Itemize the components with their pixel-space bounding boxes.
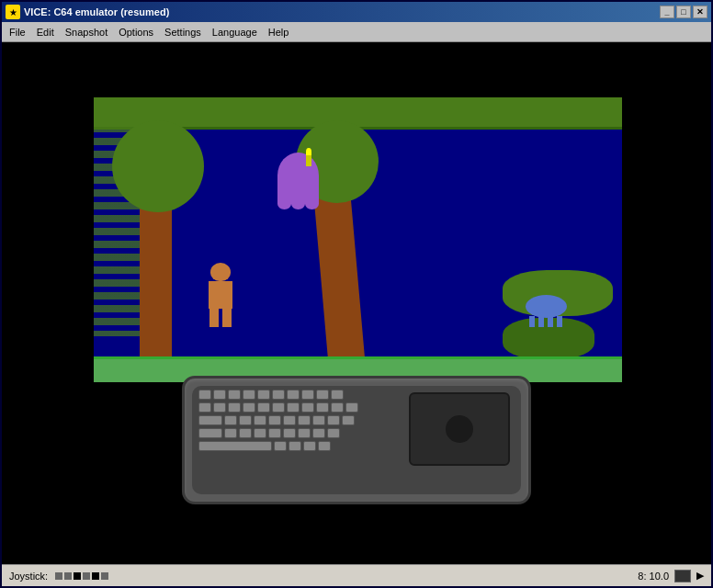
kbd-key	[289, 441, 301, 451]
speed-indicator: 8: 10.0	[638, 571, 669, 582]
ghost-body	[277, 153, 319, 198]
menu-help[interactable]: Help	[263, 22, 295, 41]
kbd-key	[301, 390, 314, 400]
app-icon: ★	[6, 5, 20, 19]
kbd-key-wide	[198, 428, 222, 438]
kbd-key	[331, 390, 344, 400]
kbd-key	[316, 390, 329, 400]
kbd-key	[243, 390, 255, 400]
status-bar: Joystick: 8: 10.0 ▶	[2, 564, 711, 586]
joy-dot-3	[74, 572, 81, 580]
kbd-key	[228, 402, 241, 413]
joy-dot-5	[92, 572, 99, 580]
joystick-indicator	[55, 572, 108, 580]
kbd-key	[213, 390, 226, 400]
kbd-key	[287, 390, 300, 400]
c64-screen-inner	[446, 415, 473, 443]
color-swatch	[674, 570, 691, 582]
window-title: VICE: C64 emulator (resumed)	[24, 6, 656, 17]
joy-dot-4	[83, 572, 90, 580]
char-legs	[204, 309, 236, 327]
joy-dot-2	[64, 572, 72, 580]
kbd-key	[239, 428, 252, 438]
kbd-key-wide	[198, 415, 222, 425]
joy-dot-1	[55, 572, 62, 580]
emulator-display[interactable]	[2, 42, 711, 564]
menu-snapshot[interactable]: Snapshot	[60, 22, 113, 41]
ghost-tentacles	[277, 198, 319, 209]
window-controls: _ □ ✕	[660, 6, 707, 18]
joy-dot-6	[101, 572, 108, 580]
menu-file[interactable]: File	[4, 22, 31, 41]
bottom-right-creature	[526, 295, 567, 327]
kbd-key	[213, 402, 226, 413]
kbd-key	[224, 428, 237, 438]
creature-leg-3	[548, 316, 553, 327]
kbd-key	[303, 441, 316, 451]
kbd-key	[257, 390, 270, 400]
minimize-button[interactable]: _	[660, 6, 674, 18]
keys-area	[198, 390, 401, 491]
kbd-key	[316, 402, 329, 413]
creature-leg-1	[529, 316, 535, 327]
candle-flame	[306, 148, 311, 155]
kbd-key	[228, 390, 241, 400]
ghost-tentacle-1	[277, 198, 291, 209]
c64-keyboard-graphic	[182, 376, 531, 514]
creature-leg-2	[538, 316, 544, 327]
kbd-key	[283, 415, 296, 425]
kbd-key	[257, 402, 270, 413]
kbd-key	[342, 415, 355, 425]
candle-body	[306, 155, 311, 166]
arrow-indicator: ▶	[696, 570, 704, 582]
kbd-key	[287, 402, 300, 413]
kbd-key	[312, 415, 325, 425]
kbd-key	[239, 415, 252, 425]
c64-screen-area	[409, 392, 510, 466]
maximize-button[interactable]: □	[676, 6, 691, 18]
kbd-key	[327, 415, 340, 425]
candle-item	[305, 148, 312, 166]
kbd-row-4	[198, 428, 401, 438]
keyboard-outer	[182, 376, 531, 504]
kbd-row-3	[198, 415, 401, 425]
creature-legs	[529, 316, 567, 327]
creature-body	[526, 295, 567, 318]
char-leg-right	[222, 309, 232, 327]
menu-edit[interactable]: Edit	[31, 22, 60, 41]
kbd-key	[268, 428, 281, 438]
kbd-key	[243, 402, 255, 413]
kbd-row-5	[198, 441, 401, 451]
kbd-key	[298, 415, 311, 425]
creature-leg-4	[557, 316, 562, 327]
black-border-left	[2, 42, 94, 564]
player-character	[204, 263, 236, 327]
char-head	[210, 263, 231, 281]
joystick-label: Joystick:	[9, 571, 48, 582]
title-bar: ★ VICE: C64 emulator (resumed) _ □ ✕	[2, 2, 711, 22]
kbd-spacebar	[198, 441, 272, 451]
menu-language[interactable]: Language	[207, 22, 263, 41]
kbd-key	[254, 428, 266, 438]
close-button[interactable]: ✕	[693, 6, 707, 18]
game-scene	[94, 97, 622, 382]
kbd-key	[224, 415, 237, 425]
kbd-key	[298, 428, 311, 438]
black-border-bottom	[2, 514, 711, 564]
tree-left	[112, 120, 204, 359]
kbd-key	[272, 402, 285, 413]
kbd-key	[301, 402, 314, 413]
kbd-key	[272, 390, 285, 400]
kbd-key	[274, 441, 287, 451]
char-leg-left	[209, 309, 219, 327]
menu-options[interactable]: Options	[113, 22, 159, 41]
kbd-key	[327, 428, 340, 438]
kbd-key	[331, 402, 344, 413]
tree-foliage-left	[112, 120, 204, 212]
ghost-sprite	[277, 153, 323, 208]
kbd-key	[198, 402, 211, 413]
kbd-key	[312, 428, 325, 438]
main-window: ★ VICE: C64 emulator (resumed) _ □ ✕ Fil…	[0, 0, 713, 588]
kbd-key	[345, 402, 358, 413]
menu-settings[interactable]: Settings	[159, 22, 207, 41]
